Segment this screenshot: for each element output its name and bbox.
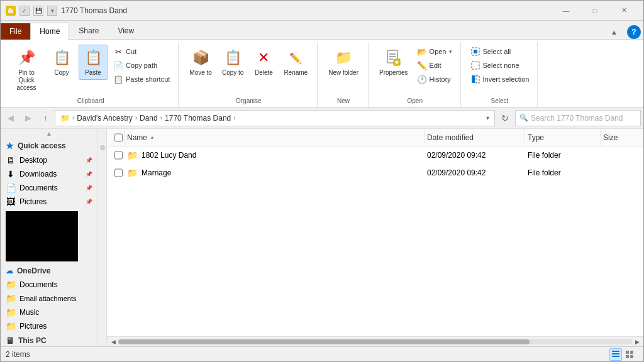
paste-shortcut-button[interactable]: 📋 Paste shortcut bbox=[110, 72, 173, 86]
tab-view[interactable]: View bbox=[108, 22, 143, 39]
open-label: Open bbox=[430, 48, 447, 55]
clipboard-group: 📌 Pin to Quick access 📋 Copy 📋 Paste ✂ C… bbox=[3, 42, 179, 107]
rename-button[interactable]: ✏️ Rename bbox=[279, 45, 312, 80]
row2-checkbox[interactable] bbox=[112, 168, 125, 177]
col-checkbox[interactable] bbox=[112, 129, 125, 146]
email-attachments-label: Email attachments bbox=[19, 295, 76, 302]
quick-access-section[interactable]: ★ Quick access bbox=[1, 138, 97, 153]
sidebar-item-desktop[interactable]: 🖥 Desktop 📌 bbox=[1, 153, 97, 167]
tab-home[interactable]: Home bbox=[30, 23, 69, 40]
path-current[interactable]: 1770 Thomas Dand bbox=[165, 114, 231, 123]
path-dropdown-icon[interactable]: ▾ bbox=[486, 114, 489, 121]
this-pc-section[interactable]: 🖥 This PC bbox=[1, 333, 97, 346]
select-all-checkbox[interactable] bbox=[114, 133, 123, 142]
move-to-button[interactable]: 📦 Move to bbox=[185, 45, 216, 80]
window-controls: — □ ✕ bbox=[552, 1, 638, 21]
details-view-button[interactable] bbox=[609, 348, 622, 361]
sidebar-item-onedrive-documents[interactable]: 📁 Documents bbox=[1, 278, 97, 292]
properties-button[interactable]: Properties bbox=[375, 45, 413, 80]
col-type[interactable]: Type bbox=[525, 129, 601, 146]
search-icon: 🔍 bbox=[519, 114, 528, 122]
onedrive-icon: ☁ bbox=[6, 266, 13, 275]
paste-button[interactable]: 📋 Paste bbox=[79, 45, 108, 80]
folder-icon-1: 📁 bbox=[127, 150, 138, 160]
scroll-right-button[interactable]: ▶ bbox=[632, 337, 642, 347]
invert-selection-button[interactable]: Invert selection bbox=[467, 72, 533, 86]
help-button[interactable]: ? bbox=[627, 25, 641, 39]
sidebar-item-onedrive-pictures[interactable]: 📁 Pictures bbox=[1, 319, 97, 333]
copy-label: Copy bbox=[54, 69, 69, 77]
sidebar-item-downloads[interactable]: ⬇ Downloads 📌 bbox=[1, 167, 97, 181]
select-group: Select all Select none Invert selection bbox=[462, 42, 538, 107]
svg-rect-13 bbox=[472, 62, 479, 69]
row1-check[interactable] bbox=[114, 151, 123, 160]
sidebar-scroll-thumb[interactable] bbox=[100, 145, 105, 150]
delete-button[interactable]: ✕ Delete bbox=[249, 45, 278, 80]
table-row[interactable]: 📁 Marriage 02/09/2020 09:42 File folder bbox=[107, 164, 643, 182]
copy-to-button[interactable]: 📋 Copy to bbox=[218, 45, 248, 80]
pin-to-quick-access-button[interactable]: 📌 Pin to Quick access bbox=[8, 45, 45, 95]
scroll-track[interactable] bbox=[118, 339, 632, 344]
organise-group: 📦 Move to 📋 Copy to ✕ Delete ✏️ Rename O… bbox=[180, 42, 318, 107]
search-box[interactable]: 🔍 Search 1770 Thomas Dand bbox=[515, 110, 641, 126]
col-size[interactable]: Size bbox=[601, 129, 638, 146]
up-button[interactable]: ↑ bbox=[38, 111, 52, 125]
pictures-icon: 🖼 bbox=[6, 197, 16, 207]
tab-file[interactable]: File bbox=[1, 23, 30, 40]
path-dand[interactable]: Dand bbox=[140, 114, 158, 123]
copy-path-button[interactable]: 📄 Copy path bbox=[110, 58, 173, 72]
search-placeholder: Search 1770 Thomas Dand bbox=[531, 114, 623, 123]
sidebar-item-documents[interactable]: 📄 Documents 📌 bbox=[1, 181, 97, 195]
select-group-content: Select all Select none Invert selection bbox=[467, 45, 533, 95]
sidebar-scroll-up[interactable]: ▲ bbox=[1, 129, 97, 138]
sort-arrow: ▲ bbox=[150, 134, 155, 140]
scroll-left-button[interactable]: ◀ bbox=[108, 337, 118, 347]
open-button[interactable]: 📂 Open ▾ bbox=[414, 45, 455, 58]
maximize-button[interactable]: □ bbox=[580, 1, 609, 21]
history-label: History bbox=[430, 75, 451, 83]
history-button[interactable]: 🕐 History bbox=[414, 72, 455, 86]
forward-button[interactable]: ▶ bbox=[21, 111, 36, 126]
select-all-button[interactable]: Select all bbox=[467, 45, 533, 58]
ribbon-collapse-btn[interactable]: ▲ bbox=[606, 26, 622, 38]
sidebar-item-email-attachments[interactable]: 📁 Email attachments bbox=[1, 292, 97, 305]
refresh-button[interactable]: ↻ bbox=[497, 111, 513, 126]
organise-group-label: Organise bbox=[236, 95, 262, 104]
sidebar-item-music[interactable]: 📁 Music bbox=[1, 305, 97, 319]
select-none-icon bbox=[470, 60, 480, 70]
select-btns: Select all Select none Invert selection bbox=[467, 45, 533, 86]
tab-share[interactable]: Share bbox=[69, 22, 108, 39]
minimize-button[interactable]: — bbox=[552, 1, 580, 21]
organise-group-content: 📦 Move to 📋 Copy to ✕ Delete ✏️ Rename bbox=[185, 45, 312, 95]
rename-label: Rename bbox=[284, 69, 308, 77]
documents-icon: 📄 bbox=[6, 183, 16, 193]
row1-checkbox[interactable] bbox=[112, 151, 125, 160]
sidebar-item-pictures[interactable]: 🖼 Pictures 📌 bbox=[1, 195, 97, 209]
desktop-icon: 🖥 bbox=[6, 155, 16, 165]
file-list-header: Name ▲ Date modified Type Size bbox=[107, 129, 643, 146]
copy-button[interactable]: 📋 Copy bbox=[47, 45, 76, 80]
window-icon bbox=[6, 6, 16, 16]
col-date[interactable]: Date modified bbox=[425, 129, 525, 146]
large-icons-view-button[interactable] bbox=[623, 348, 636, 361]
select-none-button[interactable]: Select none bbox=[467, 58, 533, 72]
edit-button[interactable]: ✏️ Edit bbox=[414, 58, 455, 72]
back-button[interactable]: ◀ bbox=[3, 111, 18, 126]
svg-rect-15 bbox=[476, 75, 479, 83]
path-davids-ancestry[interactable]: David's Ancestry bbox=[77, 114, 132, 123]
scroll-thumb[interactable] bbox=[118, 339, 530, 344]
pin-indicator-desktop: 📌 bbox=[86, 157, 92, 163]
close-button[interactable]: ✕ bbox=[609, 1, 638, 21]
row1-name: 📁 1802 Lucy Dand bbox=[125, 150, 425, 160]
file-list: Name ▲ Date modified Type Size bbox=[107, 129, 643, 346]
new-folder-button[interactable]: 📁 New folder bbox=[324, 45, 363, 80]
svg-rect-20 bbox=[630, 351, 633, 354]
cut-button[interactable]: ✂ Cut bbox=[110, 45, 173, 58]
row2-check[interactable] bbox=[114, 168, 123, 177]
address-path[interactable]: 📁 › David's Ancestry › Dand › 1770 Thoma… bbox=[55, 110, 495, 126]
table-row[interactable]: 📁 1802 Lucy Dand 02/09/2020 09:42 File f… bbox=[107, 146, 643, 164]
svg-rect-14 bbox=[472, 75, 475, 83]
col-name[interactable]: Name ▲ bbox=[125, 129, 425, 146]
onedrive-section[interactable]: ☁ OneDrive bbox=[1, 264, 97, 278]
this-pc-label: This PC bbox=[18, 336, 47, 345]
